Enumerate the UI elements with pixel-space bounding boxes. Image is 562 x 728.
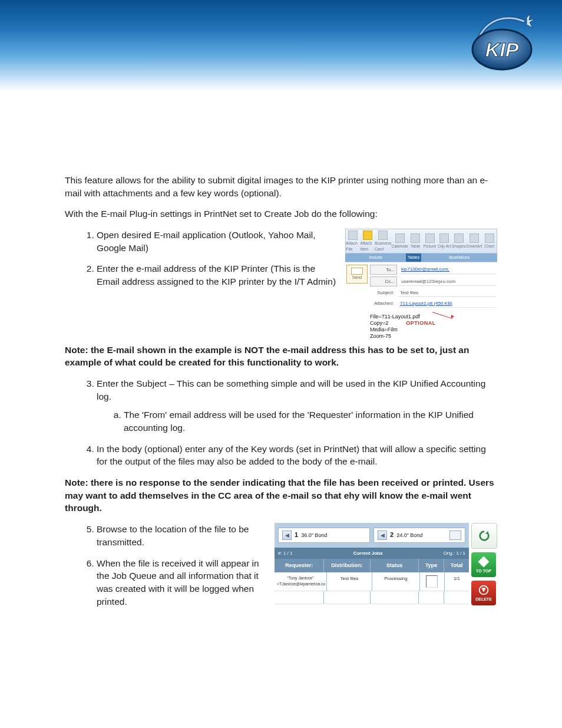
note-1: Note: the E-mail shown in the example is… — [65, 344, 497, 369]
ribbon-smartart[interactable]: SmartArt — [466, 229, 482, 253]
printer-icon — [426, 575, 438, 588]
ribbon-chart[interactable]: Chart — [482, 229, 497, 253]
header-banner: KIP — [0, 0, 562, 91]
banner-fade — [0, 91, 562, 174]
step-3: Enter the Subject – This can be somethin… — [97, 377, 497, 434]
to-field[interactable]: kip7100er@gmail.com; — [399, 265, 496, 274]
ribbon-clip-art[interactable]: Clip Art — [437, 229, 452, 253]
email-body[interactable]: File=711-Layout1.pdf Copy=2 OPTIONAL Med… — [346, 310, 496, 341]
table-row-empty — [275, 591, 469, 604]
note-2: Note: there is no response to the sender… — [65, 476, 497, 515]
current-jobs-bar: #: 1 / 1 Current Jobs Orig.: 1 / 1 — [275, 548, 469, 559]
diamond-icon — [477, 555, 490, 568]
roll-prev-icon[interactable]: ◀ — [282, 531, 292, 540]
step-3a: The 'From' email address will be used fo… — [124, 409, 497, 434]
ribbon-attach-file[interactable]: Attach File — [346, 229, 361, 253]
email-screenshot: Attach File Attach Item Business Card Ca… — [345, 229, 497, 344]
arrowhead-icon — [451, 315, 454, 318]
send-button[interactable]: Send — [346, 265, 368, 284]
intro-paragraph-2: With the E-mail Plug-in settings in Prin… — [65, 207, 497, 220]
job-queue-screenshot: ◀ 1 36.0" Bond ◀ 2 24.0" Bond #: 1 / 1 C… — [275, 523, 497, 605]
ribbon-toolbar: Attach File Attach Item Business Card Ca… — [345, 229, 497, 253]
step-6: When the file is received it will appear… — [97, 557, 269, 608]
envelope-icon — [351, 268, 363, 275]
step-2: Enter the e-mail address of the KIP Prin… — [97, 262, 337, 288]
cc-button[interactable]: Cc... — [370, 276, 397, 286]
subject-field[interactable]: Test files — [398, 289, 496, 297]
kip-logo: KIP — [468, 13, 538, 77]
refresh-icon — [478, 529, 491, 542]
roll-prev-icon[interactable]: ◀ — [378, 531, 387, 540]
ribbon-calendar[interactable]: Calendar — [391, 229, 408, 253]
optional-callout: OPTIONAL — [406, 320, 436, 327]
subject-label: Subject: — [370, 288, 396, 297]
media-rolls-bar: ◀ 1 36.0" Bond ◀ 2 24.0" Bond — [275, 523, 469, 548]
refresh-button[interactable] — [471, 523, 497, 549]
table-row[interactable]: "Tony Janicce" <TJanicce@kipamerica.co T… — [275, 572, 469, 591]
cc-field[interactable]: useremail@123repro.com — [399, 278, 496, 286]
intro-paragraph-1: This feature allows for the ability to s… — [65, 174, 497, 199]
svg-text:KIP: KIP — [485, 38, 519, 61]
printer-icon[interactable] — [449, 531, 461, 540]
ribbon-shapes[interactable]: Shapes — [451, 229, 466, 253]
ribbon-group-labels: Include Tables Illustrations — [345, 253, 497, 262]
jobs-table-header: Requester: Distribution: Status Type Tot… — [275, 559, 469, 572]
ribbon-picture[interactable]: Picture — [422, 229, 437, 253]
roll-2[interactable]: ◀ 2 24.0" Bond — [373, 528, 465, 543]
ribbon-table[interactable]: Table — [408, 229, 423, 253]
document-body: This feature allows for the ability to s… — [0, 174, 562, 616]
ribbon-business-card[interactable]: Business Card — [375, 229, 391, 253]
attached-label: Attached: — [370, 299, 396, 308]
stop-icon — [477, 584, 490, 597]
delete-button[interactable]: DELETE — [471, 581, 496, 605]
step-1: Open desired E-mail application (Outlook… — [97, 229, 337, 254]
attached-field[interactable]: 711-Layout1.plt (450 KB) — [398, 299, 496, 308]
to-top-button[interactable]: TO TOP — [471, 552, 496, 577]
step-4: In the body (optional) enter any of the … — [97, 443, 497, 468]
to-button[interactable]: To... — [370, 265, 397, 275]
step-5: Browse to the location of the file to be… — [97, 523, 269, 548]
ribbon-attach-item[interactable]: Attach Item — [361, 229, 375, 253]
roll-1[interactable]: ◀ 1 36.0" Bond — [278, 528, 370, 543]
